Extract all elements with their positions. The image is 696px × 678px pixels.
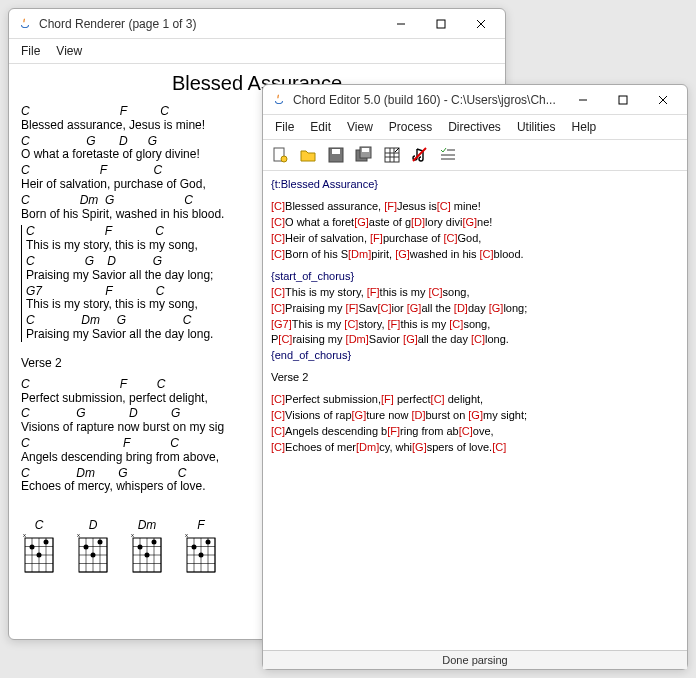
svg-point-13: [30, 545, 35, 550]
lyric-token: washed in his: [410, 248, 480, 260]
chord-token: [C]: [437, 200, 451, 212]
lyric-token: pirit,: [371, 248, 395, 260]
maximize-button[interactable]: [603, 86, 643, 114]
close-button[interactable]: [461, 10, 501, 38]
editor-menubar: FileEditViewProcessDirectivesUtilitiesHe…: [263, 115, 687, 140]
svg-point-40: [152, 540, 157, 545]
lyric-token: long;: [503, 302, 527, 314]
open-file-icon[interactable]: [297, 144, 319, 166]
minimize-button[interactable]: [381, 10, 421, 38]
java-icon: [17, 16, 33, 32]
svg-point-15: [37, 553, 42, 558]
svg-point-26: [84, 545, 89, 550]
lyric-token: This is my: [292, 318, 345, 330]
menu-process[interactable]: Process: [381, 117, 440, 137]
chord-diagram-c: Cx: [21, 518, 57, 576]
lyric-token: Jesus is: [397, 200, 437, 212]
editor-line: {start_of_chorus}: [271, 269, 679, 285]
svg-point-54: [199, 553, 204, 558]
chord-token: [C]: [492, 441, 506, 453]
menu-edit[interactable]: Edit: [302, 117, 339, 137]
svg-text:x: x: [23, 534, 26, 538]
chord-token: [D]: [454, 302, 468, 314]
editor-window: Chord Editor 5.0 (build 160) - C:\Users\…: [262, 84, 688, 670]
lyric-token: song,: [463, 318, 490, 330]
svg-point-52: [192, 545, 197, 550]
svg-rect-66: [362, 148, 369, 152]
chord-token: [D]: [411, 216, 425, 228]
lyric-token: Visions of rap: [285, 409, 351, 421]
renderer-titlebar: Chord Renderer (page 1 of 3): [9, 9, 505, 39]
lyric-token: song,: [443, 286, 470, 298]
lyric-token: Praising my: [285, 302, 346, 314]
checklist-icon[interactable]: [437, 144, 459, 166]
chord-token: [C]: [271, 248, 285, 260]
svg-text:x: x: [77, 534, 80, 538]
menu-file[interactable]: File: [13, 41, 48, 61]
editor-line: [C]Praising my [F]Sav[C]ior [G]all the […: [271, 301, 679, 317]
chord-token: [C]: [429, 286, 443, 298]
lyric-token: aste of g: [369, 216, 411, 228]
lyric-token: lory divi: [425, 216, 462, 228]
lyric-token: purchase of: [383, 232, 444, 244]
chord-token: [G]: [462, 216, 477, 228]
chord-token: [G]: [468, 409, 483, 421]
chord-token: [C]: [271, 393, 285, 405]
chord-token: [C]: [471, 333, 485, 345]
chord-token: [C]: [271, 200, 285, 212]
lyric-token: ture now: [366, 409, 411, 421]
menu-view[interactable]: View: [48, 41, 90, 61]
lyric-token: Angels descending b: [285, 425, 387, 437]
maximize-button[interactable]: [421, 10, 461, 38]
lyric-token: Born of his S: [285, 248, 348, 260]
lyric-token: perfect: [394, 393, 431, 405]
svg-point-14: [44, 540, 49, 545]
close-button[interactable]: [643, 86, 683, 114]
lyric-token: all the day: [418, 333, 471, 345]
new-file-icon[interactable]: [269, 144, 291, 166]
lyric-token: Perfect submission,: [285, 393, 381, 405]
lyric-token: blood.: [494, 248, 524, 260]
minimize-button[interactable]: [563, 86, 603, 114]
save-icon[interactable]: [325, 144, 347, 166]
menu-directives[interactable]: Directives: [440, 117, 509, 137]
menu-view[interactable]: View: [339, 117, 381, 137]
renderer-title: Chord Renderer (page 1 of 3): [39, 17, 381, 31]
chord-token: [G]: [407, 302, 422, 314]
editor-line: [C]Angels descending b[F]ring from ab[C]…: [271, 424, 679, 440]
java-icon: [271, 92, 287, 108]
editor-title: Chord Editor 5.0 (build 160) - C:\Users\…: [293, 93, 563, 107]
chord-token: [C]: [271, 286, 285, 298]
lyric-token: spers of love.: [427, 441, 492, 453]
editor-line: [C]This is my story, [F]this is my [C]so…: [271, 285, 679, 301]
editor-line: [C]Born of his S[Dm]pirit, [G]washed in …: [271, 247, 679, 263]
renderer-menubar: FileView: [9, 39, 505, 64]
lyric-token: Blessed assurance,: [285, 200, 384, 212]
diagram-label: C: [35, 518, 44, 532]
chord-token: [F]: [387, 425, 400, 437]
chord-token: [G]: [489, 302, 504, 314]
menu-help[interactable]: Help: [564, 117, 605, 137]
fretboard-icon: x: [75, 534, 111, 576]
editor-line: P[C]raising my [Dm]Savior [G]all the day…: [271, 332, 679, 348]
lyric-token: ne!: [477, 216, 492, 228]
diagram-label: F: [197, 518, 204, 532]
chord-token: [F]: [370, 232, 383, 244]
menu-utilities[interactable]: Utilities: [509, 117, 564, 137]
chord-token: [F]: [367, 286, 380, 298]
save-all-icon[interactable]: [353, 144, 375, 166]
chord-token: [C]: [271, 216, 285, 228]
editor-line: [C]Heir of salvation, [F]purchase of [C]…: [271, 231, 679, 247]
chord-token: [C]: [278, 333, 292, 345]
menu-file[interactable]: File: [267, 117, 302, 137]
chord-token: [F]: [346, 302, 359, 314]
fretboard-icon: x: [21, 534, 57, 576]
disable-music-icon[interactable]: [409, 144, 431, 166]
svg-text:x: x: [185, 534, 188, 538]
grid-icon[interactable]: [381, 144, 403, 166]
lyric-token: raising my: [292, 333, 345, 345]
chord-token: [Dm]: [348, 248, 371, 260]
svg-rect-63: [332, 149, 340, 154]
lyric-token: this is my: [380, 286, 429, 298]
editor-text-area[interactable]: {t:Blessed Assurance}[C]Blessed assuranc…: [263, 171, 687, 650]
